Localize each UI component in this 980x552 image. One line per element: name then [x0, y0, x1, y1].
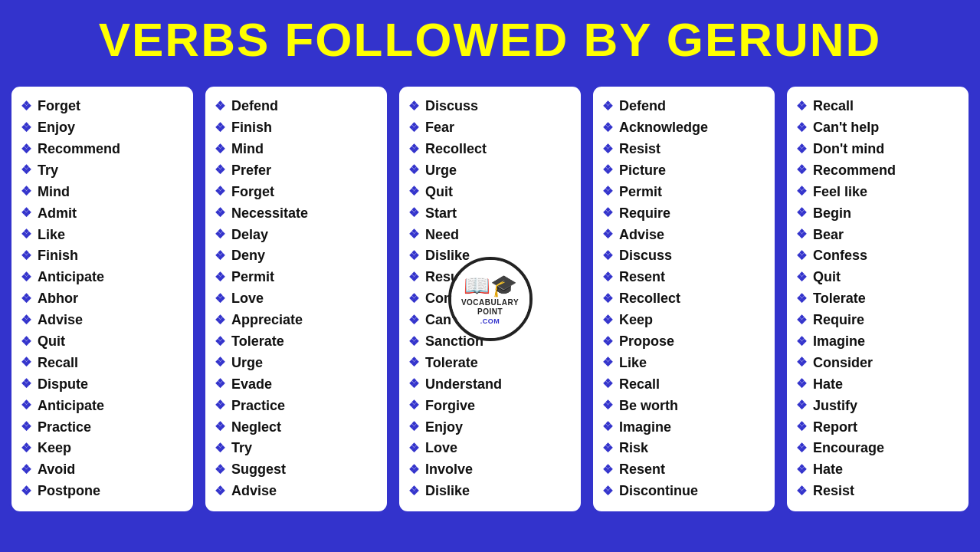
- word-label: Dislike: [425, 245, 470, 267]
- header: VERBS FOLLOWED BY GERUND: [0, 0, 980, 77]
- diamond-icon: ❖: [796, 375, 807, 394]
- word-label: Involve: [425, 459, 473, 481]
- word-label: Confess: [813, 245, 867, 267]
- list-item: ❖Defend: [602, 96, 767, 117]
- list-item: ❖Recall: [796, 96, 961, 117]
- list-item: ❖Try: [215, 438, 379, 459]
- diamond-icon: ❖: [602, 333, 613, 352]
- word-label: Propose: [619, 331, 674, 353]
- word-label: Practice: [231, 396, 285, 417]
- diamond-icon: ❖: [796, 268, 807, 288]
- word-label: Start: [425, 203, 457, 225]
- diamond-icon: ❖: [796, 161, 807, 180]
- diamond-icon: ❖: [408, 333, 419, 352]
- word-label: Quit: [813, 267, 841, 288]
- word-label: Love: [231, 288, 264, 310]
- word-label: Require: [813, 310, 864, 331]
- diamond-icon: ❖: [21, 353, 31, 373]
- word-label: Neglect: [231, 417, 281, 439]
- diamond-icon: ❖: [602, 161, 613, 180]
- diamond-icon: ❖: [21, 418, 31, 437]
- diamond-icon: ❖: [408, 140, 419, 159]
- diamond-icon: ❖: [602, 353, 613, 373]
- diamond-icon: ❖: [21, 461, 31, 480]
- word-label: Imagine: [619, 417, 671, 439]
- diamond-icon: ❖: [602, 97, 613, 117]
- diamond-icon: ❖: [21, 482, 31, 501]
- column-3: ❖Discuss❖Fear❖Recollect❖Urge❖Quit❖Start❖…: [397, 84, 583, 514]
- list-item: ❖Be worth: [602, 396, 767, 417]
- word-label: Advise: [231, 481, 277, 502]
- diamond-icon: ❖: [408, 182, 419, 202]
- list-item: ❖Resist: [602, 139, 767, 160]
- diamond-icon: ❖: [796, 247, 807, 266]
- word-label: Admit: [38, 203, 77, 225]
- list-item: ❖Recommend: [796, 160, 961, 182]
- word-label: Appreciate: [231, 310, 303, 331]
- list-item: ❖Confess: [796, 245, 961, 267]
- list-item: ❖Discuss: [602, 245, 767, 267]
- diamond-icon: ❖: [602, 418, 613, 437]
- word-label: Deny: [231, 245, 265, 267]
- diamond-icon: ❖: [408, 482, 419, 501]
- list-item: ❖Tolerate: [215, 331, 379, 353]
- word-label: Resist: [619, 139, 660, 160]
- word-label: Abhor: [38, 288, 78, 310]
- diamond-icon: ❖: [215, 311, 225, 330]
- word-list-4: ❖Defend❖Acknowledge❖Resist❖Picture❖Permi…: [602, 96, 767, 502]
- word-label: Discuss: [619, 245, 672, 267]
- content-area: ❖Forget❖Enjoy❖Recommend❖Try❖Mind❖Admit❖L…: [0, 77, 980, 521]
- word-label: Justify: [813, 396, 857, 417]
- word-label: Feel like: [813, 182, 867, 203]
- diamond-icon: ❖: [796, 333, 807, 352]
- word-label: Discuss: [425, 96, 478, 117]
- list-item: ❖Dislike: [408, 481, 573, 502]
- list-item: ❖Discontinue: [602, 481, 767, 502]
- word-label: Quit: [38, 331, 65, 353]
- diamond-icon: ❖: [602, 225, 613, 245]
- word-label: Bear: [813, 225, 844, 246]
- column-5: ❖Recall❖Can't help❖Don't mind❖Recommend❖…: [785, 84, 971, 514]
- list-item: ❖Imagine: [796, 331, 961, 353]
- list-item: ❖Avoid: [21, 459, 185, 481]
- list-item: ❖Defend: [215, 96, 379, 117]
- word-list-2: ❖Defend❖Finish❖Mind❖Prefer❖Forget❖Necess…: [215, 96, 379, 502]
- diamond-icon: ❖: [215, 247, 225, 266]
- diamond-icon: ❖: [215, 225, 225, 245]
- diamond-icon: ❖: [796, 119, 807, 138]
- word-label: Resist: [813, 481, 854, 502]
- list-item: ❖Urge: [408, 160, 573, 182]
- word-label: Tolerate: [425, 353, 478, 374]
- word-label: Forget: [38, 96, 80, 117]
- word-label: Recollect: [425, 139, 487, 160]
- diamond-icon: ❖: [215, 161, 225, 180]
- word-label: Begin: [813, 203, 851, 225]
- list-item: ❖Start: [408, 203, 573, 225]
- list-item: ❖Fear: [408, 117, 573, 139]
- list-item: ❖Enjoy: [408, 417, 573, 439]
- list-item: ❖Recall: [602, 374, 767, 396]
- word-label: Postpone: [38, 481, 100, 502]
- word-label: Hate: [813, 374, 843, 396]
- word-label: Try: [38, 160, 58, 182]
- diamond-icon: ❖: [408, 119, 419, 138]
- word-label: Hate: [813, 459, 843, 481]
- list-item: ❖Propose: [602, 331, 767, 353]
- diamond-icon: ❖: [215, 268, 225, 288]
- diamond-icon: ❖: [602, 119, 613, 138]
- list-item: ❖Recollect: [408, 139, 573, 160]
- word-label: Finish: [38, 245, 78, 267]
- list-item: ❖Practice: [215, 396, 379, 417]
- diamond-icon: ❖: [408, 290, 419, 309]
- diamond-icon: ❖: [602, 290, 613, 309]
- list-item: ❖Risk: [602, 438, 767, 459]
- diamond-icon: ❖: [21, 161, 31, 180]
- word-label: Enjoy: [425, 417, 463, 439]
- column-4: ❖Defend❖Acknowledge❖Resist❖Picture❖Permi…: [591, 84, 777, 514]
- list-item: ❖Advise: [21, 310, 185, 331]
- word-label: Risk: [619, 438, 648, 459]
- diamond-icon: ❖: [215, 461, 225, 480]
- diamond-icon: ❖: [215, 97, 225, 117]
- list-item: ❖Like: [21, 225, 185, 246]
- diamond-icon: ❖: [215, 375, 225, 394]
